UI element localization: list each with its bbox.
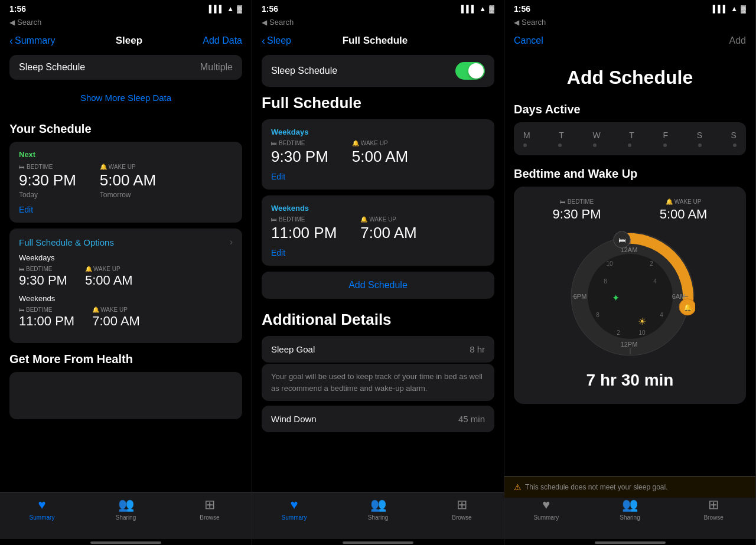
tab-summary-3[interactable]: ♥ Summary [529, 497, 564, 525]
svg-text:4: 4 [660, 312, 663, 318]
search-bar-3[interactable]: ◀ Search [504, 17, 755, 29]
dot-T2 [628, 143, 631, 147]
tab-summary-icon-3: ♥ [542, 497, 550, 513]
back-arrow-search-1[interactable]: ◀ [9, 18, 15, 27]
warning-icon: ⚠ [514, 482, 522, 492]
wind-down-row[interactable]: Wind Down 45 min [262, 406, 494, 432]
add-schedule-btn[interactable]: Add Schedule [262, 272, 494, 299]
clock-bed-icon: 🛏 [560, 198, 566, 205]
sleep-schedule-toggle-row[interactable]: Sleep Schedule [262, 55, 494, 87]
battery-icon-3: ▓ [741, 5, 746, 13]
edit-weekdays[interactable]: Edit [271, 172, 485, 181]
nav-chevron-1: ‹ [9, 35, 13, 47]
tab-sharing-2[interactable]: 👥 Sharing [360, 497, 396, 525]
bed-icon-wd2: 🛏 [271, 140, 277, 146]
sleep-goal-inner: Sleep Goal 8 hr [271, 344, 485, 354]
tab-browse-icon-3: ⊞ [708, 497, 719, 513]
clock-times-display: 🛏 BEDTIME 9:30 PM 🔔 WAKE UP 5:00 AM [523, 198, 737, 222]
tab-browse-2[interactable]: ⊞ Browse [444, 497, 480, 525]
tab-sharing-3[interactable]: 👥 Sharing [612, 497, 647, 525]
clock-bedtime-val: 9:30 PM [553, 207, 601, 222]
back-arrow-search-2[interactable]: ◀ [262, 18, 267, 27]
edit-weekends[interactable]: Edit [271, 248, 485, 257]
add-schedule-label: Add Schedule [348, 280, 408, 290]
days-active-section: Days Active M T W T F S S [514, 103, 746, 155]
tab-sharing-icon-1: 👥 [118, 497, 134, 513]
back-arrow-search-3[interactable]: ◀ [514, 18, 519, 27]
status-bar-2: 1:56 ▌▌▌ ▲ ▓ [252, 0, 504, 17]
svg-text:10: 10 [638, 329, 646, 336]
weekends-wake-block-2: 🔔 WAKE UP 7:00 AM [360, 216, 416, 242]
nav-back-label-2: Sleep [267, 35, 291, 46]
sleep-schedule-label-1: Sleep Schedule [19, 62, 85, 73]
clock-card[interactable]: 🛏 BEDTIME 9:30 PM 🔔 WAKE UP 5:00 AM [514, 187, 746, 404]
sleep-goal-row[interactable]: Sleep Goal 8 hr [262, 336, 494, 363]
wifi-icon-2: ▲ [479, 5, 486, 13]
full-schedule-options[interactable]: Full Schedule & Options › Weekdays 🛏 BED… [9, 229, 242, 343]
svg-text:6AM: 6AM [672, 293, 685, 300]
scroll-area-2: Sleep Schedule Full Schedule Weekdays 🛏 … [252, 55, 504, 492]
show-more-link[interactable]: Show More Sleep Data [80, 93, 171, 103]
search-bar-1[interactable]: ◀ Search [0, 17, 252, 29]
weekdays-card-2[interactable]: Weekdays 🛏 BEDTIME 9:30 PM 🔔 WAKE UP 5:0… [262, 119, 494, 190]
bedtime-wake-heading: Bedtime and Wake Up [514, 167, 746, 181]
tab-sharing-1[interactable]: 👥 Sharing [108, 497, 144, 525]
tab-bar-3: ♥ Summary 👥 Sharing ⊞ Browse [504, 492, 755, 539]
wake-icon-wd2: 🔔 [352, 140, 359, 146]
status-time-3: 1:56 [514, 4, 530, 14]
bedtime-time-next: 9:30 PM [19, 171, 76, 190]
tab-summary-1[interactable]: ♥ Summary [24, 497, 60, 525]
day-F: F [663, 130, 668, 140]
nav-back-label-1: Summary [15, 35, 55, 46]
wake-icon-we1: 🔔 [92, 306, 99, 313]
wind-down-value: 45 min [458, 414, 485, 424]
weekdays-wake-1: 🔔 WAKE UP 5:00 AM [85, 266, 133, 288]
weekends-card-2[interactable]: Weekends 🛏 BEDTIME 11:00 PM 🔔 WAKE UP 7:… [262, 195, 494, 266]
status-bar-3: 1:56 ▌▌▌ ▲ ▓ [504, 0, 755, 17]
nav-bar-1: ‹ Summary Sleep Add Data [0, 29, 252, 55]
promo-card[interactable] [9, 372, 242, 419]
bed-icon-we1: 🛏 [19, 306, 25, 313]
tab-summary-icon-1: ♥ [38, 497, 45, 513]
sleep-schedule-row-1[interactable]: Sleep Schedule Multiple [9, 55, 242, 80]
weekdays-wake-val-2: 5:00 AM [352, 148, 408, 166]
toggle-knob [468, 63, 484, 79]
weekdays-bedtime-1: 🛏 BEDTIME 9:30 PM [19, 266, 67, 288]
tab-browse-label-1: Browse [200, 514, 219, 521]
weekdays-bedtime-block-2: 🛏 BEDTIME 9:30 PM [271, 140, 328, 166]
tab-browse-1[interactable]: ⊞ Browse [192, 497, 227, 525]
signal-icon-3: ▌▌▌ [713, 5, 728, 13]
edit-link-next[interactable]: Edit [19, 205, 233, 214]
next-schedule-card[interactable]: Next 🛏 BEDTIME 9:30 PM Today 🔔 WAKE UP 5… [9, 142, 242, 223]
bed-icon-we2: 🛏 [271, 216, 277, 223]
nav-action-1[interactable]: Add Data [203, 35, 242, 46]
clock-wake-val: 5:00 AM [660, 207, 708, 222]
sleep-goal-label: Sleep Goal [271, 344, 315, 354]
cancel-button[interactable]: Cancel [514, 35, 543, 46]
add-button[interactable]: Add [729, 35, 746, 46]
weekdays-bedtime-label-2: 🛏 BEDTIME [271, 140, 328, 146]
weekends-card-label-2: Weekends [271, 204, 485, 213]
clock-wake-icon: 🔔 [666, 198, 673, 205]
sleep-schedule-toggle[interactable] [455, 62, 485, 80]
wifi-icon-3: ▲ [731, 5, 738, 13]
search-bar-2[interactable]: ◀ Search [252, 17, 504, 29]
nav-back-2[interactable]: ‹ Sleep [262, 35, 291, 47]
days-letters-row: M T W T F S S [523, 130, 737, 140]
status-icons-3: ▌▌▌ ▲ ▓ [713, 5, 746, 13]
tab-summary-icon-2: ♥ [290, 497, 298, 513]
tab-browse-3[interactable]: ⊞ Browse [696, 497, 731, 525]
full-schedule-heading: Full Schedule [262, 94, 494, 112]
weekends-wake-label-2: 🔔 WAKE UP [360, 216, 416, 223]
svg-text:12PM: 12PM [620, 341, 637, 348]
options-title[interactable]: Full Schedule & Options › [19, 237, 233, 247]
days-grid-card[interactable]: M T W T F S S [514, 122, 746, 155]
add-schedule-page-title: Add Schedule [514, 67, 746, 89]
weekends-label-1: Weekends [19, 294, 233, 303]
tab-summary-2[interactable]: ♥ Summary [276, 497, 312, 525]
sleep-clock-svg[interactable]: 12AM 12PM 6PM 6AM 10 2 4 8 2 10 8 4 🛏 [565, 231, 695, 361]
nav-back-1[interactable]: ‹ Summary [9, 35, 55, 47]
battery-icon-1: ▓ [237, 5, 242, 13]
weekdays-times-1: 🛏 BEDTIME 9:30 PM 🔔 WAKE UP 5:00 AM [19, 266, 233, 288]
additional-details-section: Additional Details Sleep Goal 8 hr Your … [262, 311, 494, 432]
